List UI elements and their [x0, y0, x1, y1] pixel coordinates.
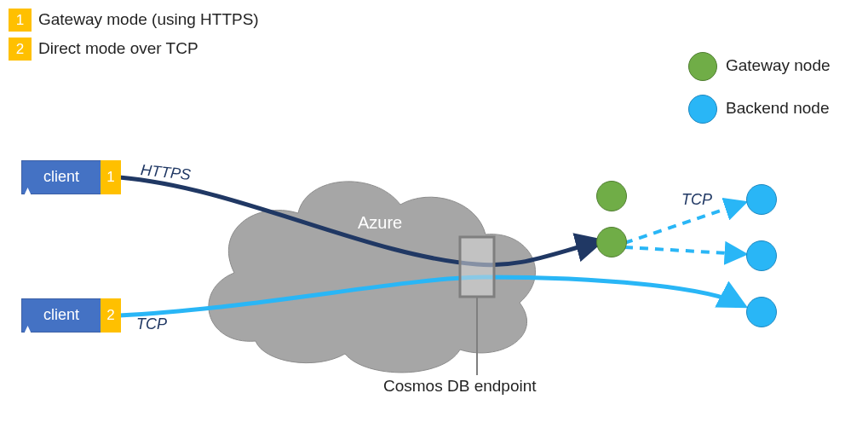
legend-text-2: Direct mode over TCP [38, 39, 198, 58]
tcp-label-client: TCP [136, 315, 167, 333]
backend-node-1 [746, 184, 777, 215]
legend-num-2: 2 [9, 38, 32, 61]
backend-node-2 [746, 240, 777, 271]
cloud-shape [209, 182, 536, 373]
https-label: HTTPS [140, 161, 192, 184]
tcp-dashed-top [624, 203, 744, 243]
tcp-path [119, 277, 743, 315]
gateway-node-2 [596, 227, 627, 257]
backend-node-3 [746, 297, 777, 327]
cloud-label: Azure [358, 213, 402, 233]
endpoint-caption: Cosmos DB endpoint [383, 377, 537, 396]
legend-gateway-node-text: Gateway node [726, 56, 831, 75]
gateway-node-1 [596, 181, 627, 211]
client-bottom-tag: 2 [101, 298, 121, 333]
endpoint-box [460, 237, 494, 297]
client-top: client [21, 160, 101, 194]
legend-gateway-node-icon [688, 52, 717, 81]
legend-num-1: 1 [9, 9, 32, 32]
client-bottom: client [21, 298, 101, 333]
legend-backend-node-icon [688, 95, 717, 124]
tcp-dashed-label: TCP [681, 191, 712, 209]
legend-backend-node-text: Backend node [726, 99, 830, 118]
tcp-dashed-mid [624, 247, 744, 254]
legend-text-1: Gateway mode (using HTTPS) [38, 10, 259, 29]
client-top-tag: 1 [101, 160, 121, 194]
